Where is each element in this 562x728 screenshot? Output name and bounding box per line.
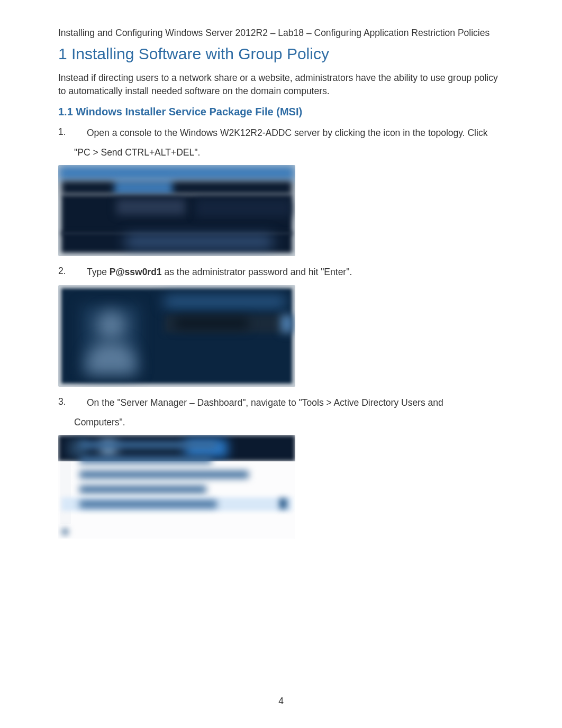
step-item: 1. Open a console to the Windows W2K12R2… (58, 126, 504, 140)
page-number: 4 (0, 696, 562, 707)
heading-1: 1 Installing Software with Group Policy (58, 45, 504, 63)
screenshot-tools-menu (58, 435, 295, 539)
heading-2: 1.1 Windows Installer Service Package Fi… (58, 106, 504, 118)
password-literal: P@ssw0rd1 (110, 267, 162, 277)
screenshot-console-menu (58, 165, 295, 256)
step-number: 3. (58, 396, 81, 410)
step-text-pre: Type (87, 267, 110, 277)
step-text-cont: Computers". (74, 416, 504, 429)
step-text: On the "Server Manager – Dashboard", nav… (81, 396, 504, 410)
step-text-post: as the administrator password and hit "E… (162, 267, 352, 277)
step-number: 2. (58, 266, 81, 279)
step-text-cont: "PC > Send CTRL+ALT+DEL". (74, 146, 504, 159)
screenshot-login (58, 285, 295, 387)
step-item: 3. On the "Server Manager – Dashboard", … (58, 396, 504, 410)
intro-paragraph: Instead if directing users to a network … (58, 71, 504, 98)
step-text: Open a console to the Windows W2K12R2-AD… (81, 126, 504, 140)
page-header: Installing and Configuring Windows Serve… (58, 28, 504, 39)
step-item: 2. Type P@ssw0rd1 as the administrator p… (58, 266, 504, 279)
step-text: Type P@ssw0rd1 as the administrator pass… (81, 266, 504, 279)
step-number: 1. (58, 126, 81, 140)
